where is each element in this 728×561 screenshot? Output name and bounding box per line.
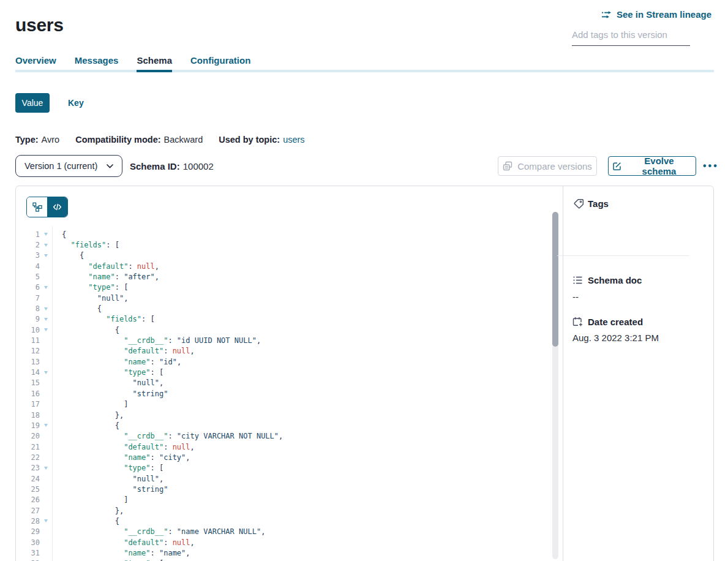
code-line: 30 "default": null, bbox=[16, 537, 549, 548]
value-tab-button[interactable]: Value bbox=[15, 93, 50, 113]
sidebar-divider bbox=[557, 255, 689, 256]
compare-versions-button[interactable]: Compare versions bbox=[498, 156, 597, 176]
schema-id-label: Schema ID: bbox=[130, 161, 180, 171]
code-view-icon[interactable] bbox=[47, 197, 67, 217]
code-text: "name": "id", bbox=[52, 358, 181, 366]
code-text: "fields": [ bbox=[52, 315, 155, 323]
code-text: "default": null, bbox=[52, 262, 159, 271]
tree-view-icon[interactable] bbox=[27, 197, 47, 217]
code-text: "fields": [ bbox=[52, 241, 119, 249]
code-line: 16 "string" bbox=[16, 388, 549, 399]
line-number: 6 bbox=[16, 283, 40, 292]
key-tab-button[interactable]: Key bbox=[64, 97, 88, 108]
code-line: 7 "null", bbox=[16, 293, 549, 303]
schema-doc-icon bbox=[572, 275, 583, 285]
code-line: 12 "default": null, bbox=[16, 346, 549, 356]
version-select[interactable]: Version 1 (current) bbox=[15, 155, 122, 177]
fold-arrow-icon[interactable] bbox=[40, 519, 52, 522]
code-line: 15 "null", bbox=[16, 378, 549, 388]
code-text: { bbox=[52, 304, 102, 313]
schema-id-value: 100002 bbox=[183, 161, 214, 171]
code-text: "null", bbox=[52, 475, 163, 483]
value-key-toggle: Value Key bbox=[15, 93, 88, 113]
code-line: 22 "name": "city", bbox=[16, 452, 549, 462]
code-text: ] bbox=[52, 400, 128, 409]
code-line: 4 "default": null, bbox=[16, 261, 549, 271]
line-number: 22 bbox=[16, 453, 40, 462]
line-number: 5 bbox=[16, 273, 40, 281]
evolve-schema-label: Evolve schema bbox=[626, 156, 692, 176]
code-line: 25 "string" bbox=[16, 484, 549, 494]
code-text: "name": "city", bbox=[52, 453, 190, 462]
fold-arrow-icon[interactable] bbox=[40, 328, 52, 331]
code-text: }, bbox=[52, 506, 124, 515]
code-line: 28 { bbox=[16, 516, 549, 526]
code-text: "default": null, bbox=[52, 443, 195, 451]
line-number: 8 bbox=[16, 304, 40, 313]
scrollbar-thumb[interactable] bbox=[552, 212, 558, 347]
evolve-schema-button[interactable]: Evolve schema bbox=[608, 156, 696, 176]
code-line: 14 "type": [ bbox=[16, 367, 549, 377]
line-number: 17 bbox=[16, 400, 40, 409]
line-number: 3 bbox=[16, 251, 40, 260]
line-number: 27 bbox=[16, 506, 40, 515]
code-text: }, bbox=[52, 411, 124, 420]
code-line: 23 "type": [ bbox=[16, 463, 549, 473]
line-number: 14 bbox=[16, 368, 40, 377]
tab-messages[interactable]: Messages bbox=[75, 55, 119, 72]
fold-arrow-icon[interactable] bbox=[40, 371, 52, 374]
tab-overview[interactable]: Overview bbox=[15, 55, 56, 72]
date-created-section-title: Date created bbox=[588, 317, 643, 327]
line-number: 10 bbox=[16, 326, 40, 334]
fold-arrow-icon[interactable] bbox=[40, 244, 52, 247]
line-number: 4 bbox=[16, 262, 40, 271]
code-text: "__crdb__": "city VARCHAR NOT NULL", bbox=[52, 432, 283, 440]
line-number: 13 bbox=[16, 358, 40, 366]
fold-arrow-icon[interactable] bbox=[40, 467, 52, 470]
line-number: 9 bbox=[16, 315, 40, 323]
code-text: { bbox=[52, 230, 66, 239]
code-line: 31 "name": "name", bbox=[16, 548, 549, 558]
line-number: 29 bbox=[16, 527, 40, 536]
stream-lineage-link[interactable]: See in Stream lineage bbox=[601, 9, 711, 20]
panel-divider bbox=[563, 186, 563, 561]
compare-versions-icon bbox=[503, 161, 512, 171]
code-line: 17 ] bbox=[16, 399, 549, 410]
fold-arrow-icon[interactable] bbox=[40, 233, 52, 236]
schema-doc-section-title: Schema doc bbox=[588, 275, 642, 285]
view-toggle bbox=[26, 197, 68, 217]
fold-arrow-icon[interactable] bbox=[40, 307, 52, 311]
code-line: 8 { bbox=[16, 303, 549, 314]
code-line: 13 "name": "id", bbox=[16, 356, 549, 367]
stream-lineage-icon bbox=[601, 10, 612, 20]
fold-arrow-icon[interactable] bbox=[40, 318, 52, 321]
code-editor[interactable]: 1{2 "fields": [3 {4 "default": null,5 "n… bbox=[16, 229, 549, 561]
line-number: 31 bbox=[16, 549, 40, 557]
line-number: 25 bbox=[16, 485, 40, 494]
code-line: 9 "fields": [ bbox=[16, 314, 549, 325]
line-number: 12 bbox=[16, 347, 40, 355]
more-options-button[interactable]: ••• bbox=[699, 156, 721, 176]
code-line: 5 "name": "after", bbox=[16, 271, 549, 282]
tab-configuration[interactable]: Configuration bbox=[190, 55, 250, 72]
code-text: "__crdb__": "name VARCHAR NULL", bbox=[52, 527, 265, 536]
line-number: 21 bbox=[16, 443, 40, 451]
line-number: 2 bbox=[16, 241, 40, 249]
tags-input[interactable] bbox=[572, 29, 690, 46]
fold-arrow-icon[interactable] bbox=[40, 254, 52, 257]
code-line: 27 }, bbox=[16, 505, 549, 516]
code-line: 29 "__crdb__": "name VARCHAR NULL", bbox=[16, 527, 549, 537]
code-line: 26 ] bbox=[16, 495, 549, 505]
code-line: 24 "null", bbox=[16, 473, 549, 484]
line-number: 26 bbox=[16, 495, 40, 504]
version-select-value: Version 1 (current) bbox=[24, 161, 97, 171]
meta-value-link[interactable]: users bbox=[283, 135, 304, 145]
tab-schema[interactable]: Schema bbox=[137, 55, 172, 72]
meta-label: Compatibility mode: bbox=[75, 135, 160, 145]
fold-arrow-icon[interactable] bbox=[40, 424, 52, 427]
fold-arrow-icon[interactable] bbox=[40, 286, 52, 289]
meta-label: Type: bbox=[15, 135, 39, 145]
calendar-plus-icon bbox=[572, 317, 583, 327]
schema-page: { "page_title": "users", "header": { "li… bbox=[0, 0, 728, 561]
chevron-down-icon bbox=[107, 164, 113, 168]
